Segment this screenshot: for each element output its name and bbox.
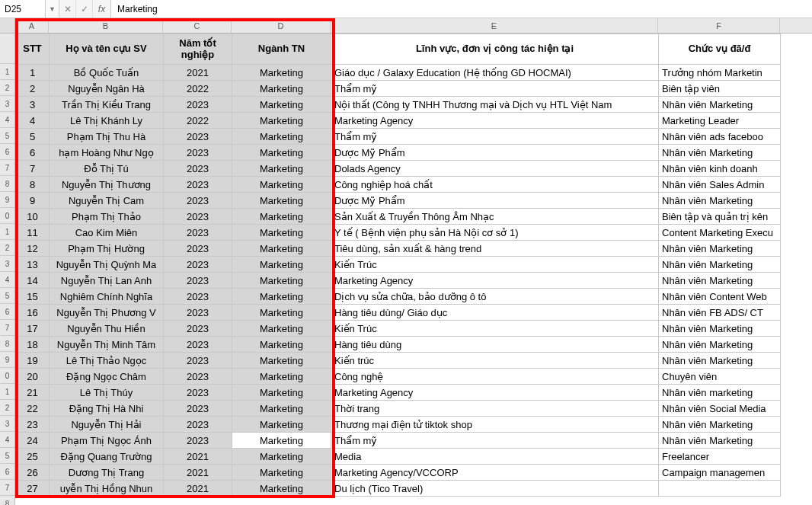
cell-major[interactable]: Marketing [232, 225, 331, 241]
cell-stt[interactable]: 11 [16, 225, 50, 241]
cell-name[interactable]: Nguyễn Thị Thương [50, 177, 164, 193]
cell-name[interactable]: Nguyễn Thị Lan Anh [50, 273, 164, 289]
row-header[interactable]: 2 [0, 400, 14, 416]
cell-year[interactable]: 2023 [164, 385, 232, 401]
cell-major[interactable]: Marketing [232, 385, 331, 401]
cell-year[interactable]: 2023 [164, 417, 232, 433]
cell-stt[interactable]: 20 [16, 369, 50, 385]
cell-stt[interactable]: 5 [16, 129, 50, 145]
row-header[interactable]: 4 [0, 432, 14, 448]
cell-major[interactable]: Marketing [232, 145, 331, 161]
cell-name[interactable]: Nguyễn Thị Phương V [50, 305, 164, 321]
cell-major[interactable]: Marketing [232, 193, 331, 209]
cell-position[interactable]: Nhân viên Marketing [659, 433, 781, 449]
cell-field[interactable]: Marketing Agency [331, 113, 659, 129]
cell-year[interactable]: 2023 [164, 353, 232, 369]
formula-input[interactable]: Marketing [111, 0, 812, 18]
cell-field[interactable]: Công nghiệp hoá chất [331, 177, 659, 193]
cell-major[interactable]: Marketing [232, 177, 331, 193]
cell-stt[interactable]: 13 [16, 257, 50, 273]
cell-major[interactable]: Marketing [232, 81, 331, 97]
cell-stt[interactable]: 9 [16, 193, 50, 209]
cell-name[interactable]: Nguyễn Thị Cam [50, 193, 164, 209]
row-header[interactable]: 3 [0, 96, 14, 112]
cell-name[interactable]: Đỗ Thị Tú [50, 161, 164, 177]
row-header[interactable]: 2 [0, 80, 14, 96]
cell-stt[interactable]: 18 [16, 337, 50, 353]
row-header[interactable]: 5 [0, 128, 14, 144]
cell-stt[interactable]: 7 [16, 161, 50, 177]
row-header[interactable]: 5 [0, 288, 14, 304]
cell-position[interactable]: Nhân viên kinh doanh [659, 161, 781, 177]
cell-name[interactable]: Phạm Thị Ngọc Ánh [50, 433, 164, 449]
cell-year[interactable]: 2021 [164, 465, 232, 481]
cell-major[interactable]: Marketing [232, 97, 331, 113]
row-header[interactable]: 2 [0, 240, 14, 256]
cell-stt[interactable]: 15 [16, 289, 50, 305]
cell-year[interactable]: 2023 [164, 161, 232, 177]
cell-field[interactable]: Dịch vụ sửa chữa, bảo dưỡng ô tô [331, 289, 659, 305]
cell-major[interactable]: Marketing [232, 481, 331, 497]
cell-year[interactable]: 2021 [164, 481, 232, 497]
cell-year[interactable]: 2023 [164, 145, 232, 161]
cell-field[interactable]: Hàng tiêu dùng [331, 337, 659, 353]
row-header[interactable]: 0 [0, 208, 14, 224]
cell-major[interactable]: Marketing [232, 449, 331, 465]
cell-year[interactable]: 2023 [164, 273, 232, 289]
cell-major[interactable]: Marketing [232, 161, 331, 177]
cell-stt[interactable]: 3 [16, 97, 50, 113]
cell-position[interactable]: Nhân viên marketing [659, 385, 781, 401]
cell-year[interactable]: 2023 [164, 321, 232, 337]
cell-stt[interactable]: 2 [16, 81, 50, 97]
cell-position[interactable]: Nhân viên FB ADS/ CT [659, 305, 781, 321]
cell-position[interactable]: Nhân viên Marketing [659, 353, 781, 369]
cell-position[interactable]: Nhân viên Marketing [659, 241, 781, 257]
cell-field[interactable]: Y tế ( Bệnh viện phụ sản Hà Nội cơ sở 1) [331, 225, 659, 241]
cell-field[interactable]: Thời trang [331, 401, 659, 417]
cell-stt[interactable]: 8 [16, 177, 50, 193]
cell-name[interactable]: Nguyễn Thị Quỳnh Ma [50, 257, 164, 273]
row-header[interactable]: 7 [0, 160, 14, 176]
cell-year[interactable]: 2023 [164, 129, 232, 145]
row-header[interactable]: 3 [0, 416, 14, 432]
row-header[interactable]: 8 [0, 176, 14, 192]
row-header[interactable]: 6 [0, 464, 14, 480]
cell-stt[interactable]: 16 [16, 305, 50, 321]
cell-name[interactable]: Bồ Quốc Tuấn [50, 65, 164, 81]
header-position[interactable]: Chức vụ đã/đ [659, 34, 781, 65]
header-major[interactable]: Ngành TN [232, 34, 331, 65]
fx-icon[interactable]: fx [93, 0, 111, 18]
header-stt[interactable]: STT [16, 34, 50, 65]
cell-stt[interactable]: 21 [16, 385, 50, 401]
cell-stt[interactable]: 22 [16, 401, 50, 417]
enter-icon[interactable]: ✓ [76, 0, 93, 18]
cell-name[interactable]: Trần Thị Kiều Trang [50, 97, 164, 113]
cell-stt[interactable]: 17 [16, 321, 50, 337]
cell-field[interactable]: Kiến trúc [331, 353, 659, 369]
cell-name[interactable]: Nghiêm Chính Nghĩa [50, 289, 164, 305]
select-all-corner[interactable] [0, 18, 14, 34]
data-table[interactable]: STT Họ và tên cựu SV Năm tốt nghiệp Ngàn… [15, 34, 781, 497]
cell-position[interactable]: Nhân viên Marketing [659, 97, 781, 113]
cell-position[interactable]: Nhân viên Marketing [659, 337, 781, 353]
cell-name[interactable]: Lê Thị Thúy [50, 385, 164, 401]
cell-name[interactable]: Lê Thị Khánh Ly [50, 113, 164, 129]
cell-position[interactable]: Marketing Leader [659, 113, 781, 129]
cell-major[interactable]: Marketing [232, 465, 331, 481]
cell-position[interactable]: Nhân viên Marketing [659, 257, 781, 273]
cell-stt[interactable]: 10 [16, 209, 50, 225]
cell-major[interactable]: Marketing [232, 241, 331, 257]
cell-year[interactable]: 2023 [164, 401, 232, 417]
cell-position[interactable]: Nhân viên Sales Admin [659, 177, 781, 193]
cell-field[interactable]: Media [331, 449, 659, 465]
cell-name[interactable]: Phạm Thị Thu Hà [50, 129, 164, 145]
cell-name[interactable]: Nguyễn Thị Minh Tâm [50, 337, 164, 353]
cell-stt[interactable]: 1 [16, 65, 50, 81]
cell-major[interactable]: Marketing [232, 305, 331, 321]
cell-stt[interactable]: 14 [16, 273, 50, 289]
cell-position[interactable]: Biên tập và quản trị kên [659, 209, 781, 225]
cell-name[interactable]: Đặng Thị Hà Nhi [50, 401, 164, 417]
cell-field[interactable]: Dược Mỹ Phẩm [331, 145, 659, 161]
row-header[interactable]: 7 [0, 320, 14, 336]
col-header[interactable]: A [15, 18, 49, 33]
